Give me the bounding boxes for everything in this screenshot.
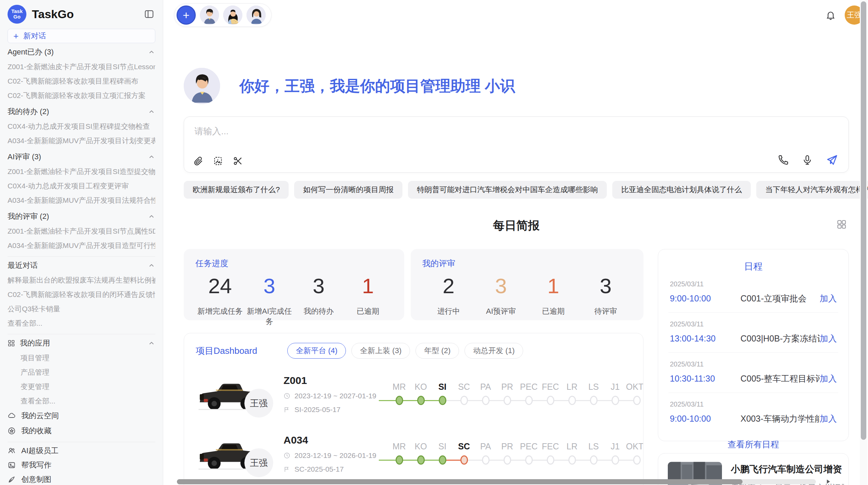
phone-call-icon[interactable] <box>778 154 789 165</box>
dashboard-filter-chip[interactable]: 全新平台 (4) <box>287 343 346 359</box>
milestone-dot[interactable] <box>612 456 619 465</box>
view-all-schedule-link[interactable]: 查看所有日程 <box>668 439 838 450</box>
milestone-dot[interactable] <box>482 456 490 465</box>
avatar[interactable] <box>246 5 266 25</box>
recent-chat-item[interactable]: C02-飞腾新能源轻客改款项目的闭环通告反馈情况 <box>8 287 155 302</box>
scroll-right-arrow-icon[interactable] <box>825 479 831 484</box>
sidebar-task-item[interactable]: C02-飞腾新能源轻客改款项目立项汇报方案 <box>8 88 155 103</box>
chevron-up-icon[interactable] <box>148 153 155 161</box>
milestone-dot[interactable] <box>439 456 446 465</box>
milestone-dot[interactable] <box>568 456 576 465</box>
suggestion-chip[interactable]: 比亚迪全固态电池计划具体说了什么 <box>612 181 751 199</box>
sidebar-task-item[interactable]: A034-全新新能源MUV产品开发项目造型可行性评审 <box>8 238 155 253</box>
scissors-icon[interactable] <box>233 156 243 166</box>
image-upload-icon[interactable] <box>213 156 223 166</box>
milestone-label: LS <box>583 442 604 454</box>
my-apps-header[interactable]: 我的应用 <box>8 336 155 351</box>
milestone-dot[interactable] <box>504 456 511 465</box>
sidebar-section-header[interactable]: 我的评审 (2) <box>8 209 155 224</box>
horizontal-scrollbar[interactable] <box>177 479 816 484</box>
my-cloud-space-item[interactable]: 我的云空间 <box>8 408 155 423</box>
dashboard-filter-chip[interactable]: 全新上装 (3) <box>351 343 410 359</box>
join-link[interactable]: 加入 <box>820 293 837 304</box>
chat-input[interactable] <box>194 126 839 137</box>
milestone-dot[interactable] <box>504 396 511 405</box>
notifications-bell-icon[interactable] <box>825 10 836 20</box>
sidebar-section-header[interactable]: 我的待办 (2) <box>8 104 155 119</box>
sidebar-tool-item[interactable]: 创意制图 <box>8 472 155 485</box>
milestone-dot[interactable] <box>460 456 468 465</box>
dashboard-filter-chip[interactable]: 年型 (2) <box>415 343 459 359</box>
milestone-dot[interactable] <box>612 396 619 405</box>
milestone-dot[interactable] <box>525 456 533 465</box>
milestone-dot[interactable] <box>417 396 425 405</box>
sidebar-task-item[interactable]: Z001-全新燃油轻卡产品开发项目SI节点属性5D文件评审 <box>8 224 155 238</box>
milestone-dot[interactable] <box>568 396 576 405</box>
chevron-up-icon[interactable] <box>148 108 155 115</box>
sidebar-task-item[interactable]: C0X4-动力总成开发项目SI里程碑提交物检查 <box>8 119 155 134</box>
sidebar-task-item[interactable]: C02-飞腾新能源轻客改款项目里程碑画布 <box>8 74 155 88</box>
milestone-dot[interactable] <box>633 396 641 405</box>
daily-briefing-title: 每日简报 <box>493 219 540 232</box>
sidebar-app-item[interactable]: 变更管理 <box>21 380 155 394</box>
sidebar-task-item[interactable]: C0X4-动力总成开发项目工程变更评审 <box>8 179 155 193</box>
chevron-up-icon[interactable] <box>148 213 155 220</box>
sidebar-task-item[interactable]: A034-全新新能源MUV产品开发项目计划变更表编写 <box>8 134 155 148</box>
recent-chats-header[interactable]: 最近对话 <box>8 258 155 273</box>
milestone-dot[interactable] <box>590 456 598 465</box>
milestone-dot[interactable] <box>396 396 403 405</box>
recent-chat-item[interactable]: 查看全部... <box>8 316 155 331</box>
sidebar-tool-item[interactable]: 帮我写作 <box>8 458 155 472</box>
avatar[interactable] <box>223 5 242 25</box>
sidebar-task-item[interactable]: Z001-全新燃油皮卡产品开发项目SI节点Lesson Learn报告 <box>8 60 155 74</box>
avatar[interactable] <box>200 5 219 25</box>
milestone-dot[interactable] <box>482 396 490 405</box>
suggestion-chip[interactable]: 如何写一份清晰的项目周报 <box>294 181 402 199</box>
sidebar-task-item[interactable]: A034-全新新能源MUV产品开发项目法规符合性评审 <box>8 193 155 208</box>
recent-chat-item[interactable]: 解释最新出台的欧盟报废车法规再生塑料比例被调至15%... <box>8 273 155 287</box>
milestone-dot[interactable] <box>460 396 468 405</box>
sidebar-section-header[interactable]: AI评审 (3) <box>8 149 155 164</box>
sidebar-tool-item[interactable]: AI超级员工 <box>8 444 155 458</box>
milestone-dot[interactable] <box>439 396 446 405</box>
project-row[interactable]: 王强 A034 2023-12-19 ~ 2026-01-19 SC-2025-… <box>196 430 631 478</box>
sidebar-section-header[interactable]: Agent已办 (3) <box>8 45 155 60</box>
vertical-scrollbar[interactable] <box>860 0 867 485</box>
sidebar-app-item[interactable]: 查看全部... <box>21 394 155 408</box>
milestone-dot[interactable] <box>417 456 425 465</box>
vertical-scrollbar-thumb[interactable] <box>861 1 866 440</box>
milestone-label: LS <box>583 382 604 394</box>
collapse-sidebar-icon[interactable] <box>143 8 155 20</box>
milestone-dot[interactable] <box>633 456 641 465</box>
project-row[interactable]: 王强 Z001 2023-12-19 ~ 2027-01-19 SI-2025-… <box>196 370 631 418</box>
milestone-dot[interactable] <box>547 456 554 465</box>
layout-grid-icon[interactable] <box>836 219 847 229</box>
attachment-icon[interactable] <box>193 156 203 166</box>
dashboard-filter-chip[interactable]: 动总开发 (1) <box>465 343 523 359</box>
join-link[interactable]: 加入 <box>820 413 837 424</box>
chevron-up-icon[interactable] <box>148 48 155 56</box>
horizontal-scrollbar-thumb[interactable] <box>177 479 743 484</box>
send-icon[interactable] <box>826 154 838 166</box>
sidebar-section: 我的评审 (2) Z001-全新燃油轻卡产品开发项目SI节点属性5D文件评审A0… <box>8 209 155 253</box>
sidebar-app-item[interactable]: 项目管理 <box>21 351 155 365</box>
suggestion-chip[interactable]: 欧洲新规最近颁布了什么? <box>184 181 289 199</box>
suggestion-chip[interactable]: 当下年轻人对汽车外观有怎样的喜好趋势 <box>756 181 868 199</box>
recent-chat-item[interactable]: 公司Q3轻卡销量 <box>8 302 155 316</box>
new-chat-button[interactable]: + 新对话 <box>8 29 155 43</box>
milestone-dot[interactable] <box>396 456 403 465</box>
milestone-dot[interactable] <box>590 396 598 405</box>
join-link[interactable]: 加入 <box>820 333 837 344</box>
milestone-dot[interactable] <box>525 396 533 405</box>
chevron-up-icon[interactable] <box>148 262 155 269</box>
add-conversation-button[interactable]: + <box>177 5 196 25</box>
chevron-up-icon[interactable] <box>148 339 155 347</box>
clock-icon <box>284 393 290 399</box>
microphone-icon[interactable] <box>802 154 813 165</box>
my-favorites-item[interactable]: 我的收藏 <box>8 423 155 438</box>
suggestion-chip[interactable]: 特朗普可能对进口汽车增税会对中国车企造成哪些影响 <box>408 181 607 199</box>
sidebar-task-item[interactable]: Z001-全新燃油轻卡产品开发项目SI造型提交物评审 <box>8 164 155 179</box>
milestone-dot[interactable] <box>547 396 554 405</box>
sidebar-app-item[interactable]: 产品管理 <box>21 365 155 380</box>
join-link[interactable]: 加入 <box>820 373 837 384</box>
